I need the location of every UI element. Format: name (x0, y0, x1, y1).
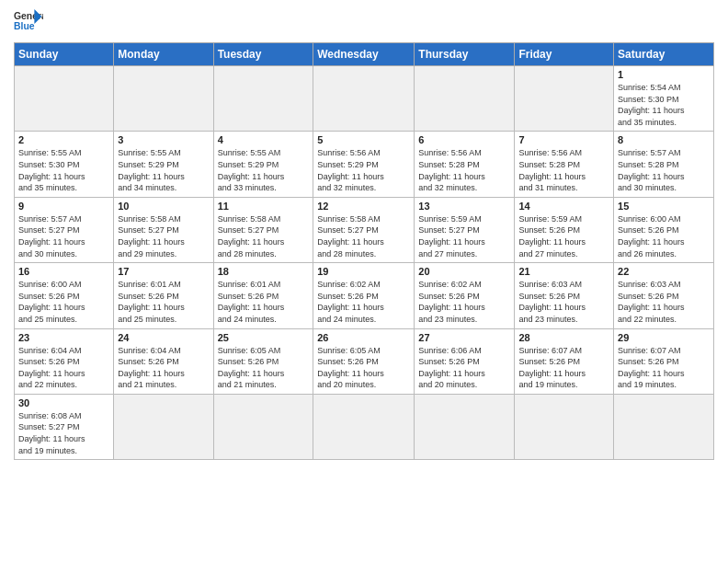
calendar-cell (515, 66, 614, 132)
calendar-cell (114, 394, 213, 459)
day-number: 27 (418, 332, 510, 343)
calendar-cell: 11Sunrise: 5:58 AMSunset: 5:27 PMDayligh… (213, 197, 313, 262)
day-info: Sunrise: 5:56 AMSunset: 5:28 PMDaylight:… (518, 147, 609, 193)
calendar-cell: 19Sunrise: 6:02 AMSunset: 5:26 PMDayligh… (313, 263, 415, 328)
day-info: Sunrise: 6:00 AMSunset: 5:26 PMDaylight:… (618, 213, 710, 259)
day-info: Sunrise: 6:08 AMSunset: 5:27 PMDaylight:… (18, 410, 109, 456)
calendar-cell: 28Sunrise: 6:07 AMSunset: 5:26 PMDayligh… (515, 328, 614, 394)
day-info: Sunrise: 6:07 AMSunset: 5:26 PMDaylight:… (618, 345, 710, 391)
page-header: General Blue (14, 9, 714, 35)
day-number: 26 (317, 332, 410, 343)
calendar-cell: 23Sunrise: 6:04 AMSunset: 5:26 PMDayligh… (15, 328, 114, 394)
day-number: 23 (18, 332, 109, 343)
calendar-cell: 22Sunrise: 6:03 AMSunset: 5:26 PMDayligh… (614, 263, 714, 328)
calendar-week-row: 30Sunrise: 6:08 AMSunset: 5:27 PMDayligh… (15, 394, 714, 459)
day-number: 7 (518, 134, 609, 145)
day-info: Sunrise: 6:01 AMSunset: 5:26 PMDaylight:… (218, 279, 310, 325)
day-number: 4 (218, 134, 310, 145)
day-number: 12 (317, 201, 410, 212)
page-container: General Blue SundayMondayTuesdayWednesda… (0, 0, 728, 465)
day-info: Sunrise: 6:02 AMSunset: 5:26 PMDaylight:… (418, 279, 510, 325)
weekday-header-friday: Friday (515, 43, 614, 66)
calendar-cell (213, 66, 313, 132)
day-number: 5 (317, 134, 410, 145)
calendar-cell: 10Sunrise: 5:58 AMSunset: 5:27 PMDayligh… (114, 197, 213, 262)
day-info: Sunrise: 5:57 AMSunset: 5:28 PMDaylight:… (618, 147, 710, 193)
weekday-header-wednesday: Wednesday (313, 43, 415, 66)
calendar-cell: 24Sunrise: 6:04 AMSunset: 5:26 PMDayligh… (114, 328, 213, 394)
day-number: 13 (418, 201, 510, 212)
day-number: 2 (18, 134, 109, 145)
day-info: Sunrise: 6:04 AMSunset: 5:26 PMDaylight:… (18, 345, 109, 391)
day-number: 28 (518, 332, 609, 343)
calendar-cell (114, 66, 213, 132)
calendar-cell (614, 394, 714, 459)
calendar-cell: 25Sunrise: 6:05 AMSunset: 5:26 PMDayligh… (213, 328, 313, 394)
calendar-cell: 29Sunrise: 6:07 AMSunset: 5:26 PMDayligh… (614, 328, 714, 394)
day-info: Sunrise: 5:54 AMSunset: 5:30 PMDaylight:… (618, 82, 710, 128)
calendar-cell: 30Sunrise: 6:08 AMSunset: 5:27 PMDayligh… (15, 394, 114, 459)
day-info: Sunrise: 6:05 AMSunset: 5:26 PMDaylight:… (317, 345, 410, 391)
calendar-cell: 20Sunrise: 6:02 AMSunset: 5:26 PMDayligh… (415, 263, 515, 328)
day-info: Sunrise: 6:03 AMSunset: 5:26 PMDaylight:… (518, 279, 609, 325)
calendar-cell (313, 66, 415, 132)
calendar-cell: 7Sunrise: 5:56 AMSunset: 5:28 PMDaylight… (515, 132, 614, 197)
day-info: Sunrise: 6:01 AMSunset: 5:26 PMDaylight:… (118, 279, 209, 325)
calendar-table: SundayMondayTuesdayWednesdayThursdayFrid… (14, 42, 714, 460)
day-number: 11 (218, 201, 310, 212)
calendar-cell (415, 394, 515, 459)
svg-text:Blue: Blue (14, 21, 35, 31)
calendar-cell: 14Sunrise: 5:59 AMSunset: 5:26 PMDayligh… (515, 197, 614, 262)
day-info: Sunrise: 5:59 AMSunset: 5:26 PMDaylight:… (518, 213, 609, 259)
day-info: Sunrise: 5:57 AMSunset: 5:27 PMDaylight:… (18, 213, 109, 259)
day-number: 18 (218, 266, 310, 277)
day-number: 10 (118, 201, 209, 212)
calendar-week-row: 23Sunrise: 6:04 AMSunset: 5:26 PMDayligh… (15, 328, 714, 394)
day-number: 22 (618, 266, 710, 277)
calendar-week-row: 2Sunrise: 5:55 AMSunset: 5:30 PMDaylight… (15, 132, 714, 197)
calendar-cell: 26Sunrise: 6:05 AMSunset: 5:26 PMDayligh… (313, 328, 415, 394)
calendar-cell: 8Sunrise: 5:57 AMSunset: 5:28 PMDaylight… (614, 132, 714, 197)
day-number: 21 (518, 266, 609, 277)
weekday-header-saturday: Saturday (614, 43, 714, 66)
day-info: Sunrise: 6:04 AMSunset: 5:26 PMDaylight:… (118, 345, 209, 391)
calendar-cell (213, 394, 313, 459)
day-info: Sunrise: 5:55 AMSunset: 5:29 PMDaylight:… (118, 147, 209, 193)
day-info: Sunrise: 5:55 AMSunset: 5:29 PMDaylight:… (218, 147, 310, 193)
day-info: Sunrise: 5:58 AMSunset: 5:27 PMDaylight:… (317, 213, 410, 259)
day-info: Sunrise: 5:56 AMSunset: 5:29 PMDaylight:… (317, 147, 410, 193)
day-info: Sunrise: 6:03 AMSunset: 5:26 PMDaylight:… (618, 279, 710, 325)
calendar-cell: 15Sunrise: 6:00 AMSunset: 5:26 PMDayligh… (614, 197, 714, 262)
day-number: 8 (618, 134, 710, 145)
day-number: 25 (218, 332, 310, 343)
day-number: 29 (618, 332, 710, 343)
calendar-cell: 13Sunrise: 5:59 AMSunset: 5:27 PMDayligh… (415, 197, 515, 262)
calendar-cell: 16Sunrise: 6:00 AMSunset: 5:26 PMDayligh… (15, 263, 114, 328)
calendar-cell: 17Sunrise: 6:01 AMSunset: 5:26 PMDayligh… (114, 263, 213, 328)
day-info: Sunrise: 5:55 AMSunset: 5:30 PMDaylight:… (18, 147, 109, 193)
calendar-cell: 18Sunrise: 6:01 AMSunset: 5:26 PMDayligh… (213, 263, 313, 328)
calendar-week-row: 9Sunrise: 5:57 AMSunset: 5:27 PMDaylight… (15, 197, 714, 262)
day-info: Sunrise: 6:05 AMSunset: 5:26 PMDaylight:… (218, 345, 310, 391)
day-number: 30 (18, 397, 109, 408)
calendar-cell (15, 66, 114, 132)
calendar-week-row: 16Sunrise: 6:00 AMSunset: 5:26 PMDayligh… (15, 263, 714, 328)
weekday-header-row: SundayMondayTuesdayWednesdayThursdayFrid… (15, 43, 714, 66)
day-number: 16 (18, 266, 109, 277)
day-info: Sunrise: 5:59 AMSunset: 5:27 PMDaylight:… (418, 213, 510, 259)
day-number: 17 (118, 266, 209, 277)
day-info: Sunrise: 5:58 AMSunset: 5:27 PMDaylight:… (118, 213, 209, 259)
weekday-header-tuesday: Tuesday (213, 43, 313, 66)
weekday-header-sunday: Sunday (15, 43, 114, 66)
weekday-header-thursday: Thursday (415, 43, 515, 66)
calendar-cell: 9Sunrise: 5:57 AMSunset: 5:27 PMDaylight… (15, 197, 114, 262)
calendar-cell: 2Sunrise: 5:55 AMSunset: 5:30 PMDaylight… (15, 132, 114, 197)
day-number: 9 (18, 201, 109, 212)
weekday-header-monday: Monday (114, 43, 213, 66)
day-number: 20 (418, 266, 510, 277)
day-info: Sunrise: 5:56 AMSunset: 5:28 PMDaylight:… (418, 147, 510, 193)
calendar-cell: 6Sunrise: 5:56 AMSunset: 5:28 PMDaylight… (415, 132, 515, 197)
calendar-cell (515, 394, 614, 459)
calendar-cell: 1Sunrise: 5:54 AMSunset: 5:30 PMDaylight… (614, 66, 714, 132)
day-number: 24 (118, 332, 209, 343)
